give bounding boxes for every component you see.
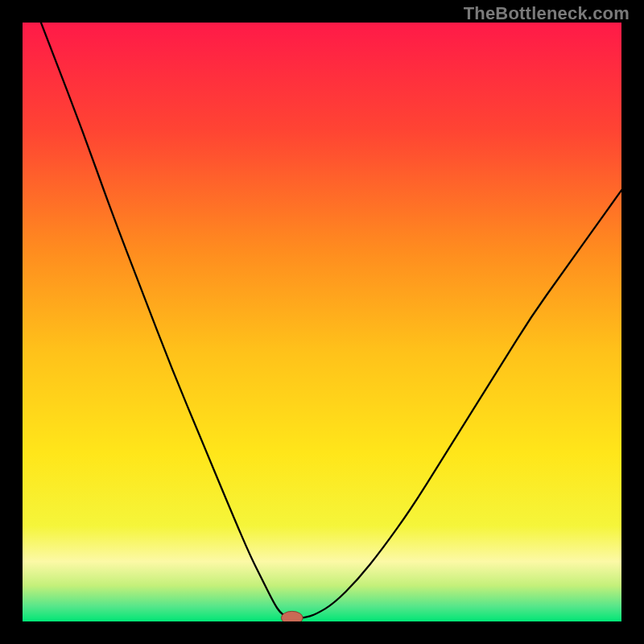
- chart-svg: [23, 23, 621, 621]
- plot-area: [23, 23, 621, 621]
- chart-frame: TheBottleneck.com: [0, 0, 644, 644]
- gradient-background: [23, 23, 621, 621]
- optimal-marker: [281, 611, 303, 621]
- watermark-text: TheBottleneck.com: [464, 3, 630, 24]
